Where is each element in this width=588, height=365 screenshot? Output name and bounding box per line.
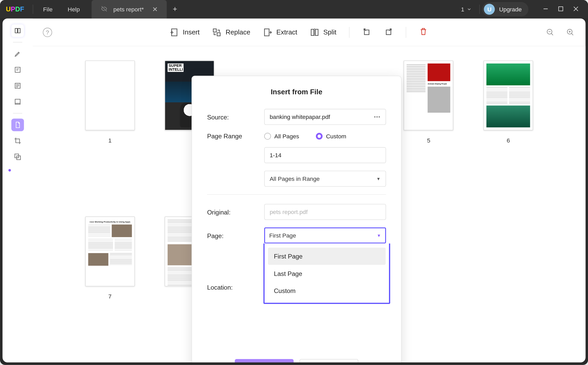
replace-label: Replace <box>226 28 250 36</box>
svg-rect-7 <box>213 29 216 32</box>
upgrade-button[interactable]: U Upgrade <box>482 2 528 16</box>
insert-confirm-button[interactable]: Insert <box>235 359 293 362</box>
thumb-image <box>85 61 135 130</box>
page-label: Page: <box>207 232 264 239</box>
radio-custom[interactable]: Custom <box>316 133 346 139</box>
svg-rect-0 <box>559 6 563 11</box>
dialog-title: Insert from File <box>207 88 386 96</box>
svg-rect-10 <box>311 29 314 35</box>
option-last-page[interactable]: Last Page <box>268 265 385 282</box>
zoom-indicator[interactable]: 1 <box>461 6 477 13</box>
source-label: Source: <box>207 113 264 120</box>
thumb-label: 6 <box>507 137 510 144</box>
rotate-left-button[interactable] <box>362 27 371 38</box>
svg-rect-8 <box>217 33 220 36</box>
tab-title: pets report* <box>113 6 144 13</box>
chevron-down-icon: ▼ <box>377 233 381 238</box>
cancel-button[interactable]: Cancel <box>299 359 358 362</box>
edit-text-button[interactable] <box>11 63 24 76</box>
svg-rect-12 <box>364 30 369 34</box>
source-field[interactable]: banking whitepapar.pdf ••• <box>264 109 386 125</box>
tab-close-icon[interactable]: ✕ <box>152 5 158 13</box>
thumb-image: Animals Helping People <box>404 61 453 130</box>
window-close-icon[interactable] <box>573 6 579 13</box>
page-thumb-7[interactable]: rove Working Productivity in Using Apps … <box>83 217 137 348</box>
highlighter-button[interactable] <box>11 47 24 60</box>
current-tool-marker <box>8 169 11 171</box>
svg-rect-1 <box>15 67 20 72</box>
zoom-out-button[interactable] <box>545 27 555 37</box>
source-value: banking whitepapar.pdf <box>270 113 330 120</box>
replace-icon <box>212 27 222 37</box>
upgrade-label: Upgrade <box>499 6 522 13</box>
app-logo: UPDF <box>0 5 30 13</box>
menu-file[interactable]: File <box>35 0 60 18</box>
menu-help[interactable]: Help <box>60 0 87 18</box>
original-label: Original: <box>207 208 264 216</box>
insert-label: Insert <box>183 28 200 36</box>
insert-icon <box>169 27 179 37</box>
page-range-input[interactable]: 1-14 <box>264 147 386 163</box>
help-icon[interactable]: ? <box>43 27 52 37</box>
insert-button[interactable]: Insert <box>169 27 200 37</box>
page-range-label: Page Range <box>207 132 264 140</box>
left-toolbar <box>3 18 33 362</box>
document-tab[interactable]: pets report* ✕ <box>92 0 167 18</box>
chevron-down-icon: ▼ <box>376 176 380 181</box>
window-maximize-icon[interactable] <box>558 6 564 13</box>
compare-button[interactable] <box>11 151 24 163</box>
content-area: ? Insert Replace Extract <box>3 18 586 362</box>
location-label: Location: <box>207 284 264 291</box>
extract-icon <box>263 27 272 37</box>
window-minimize-icon[interactable] <box>543 6 549 13</box>
split-label: Split <box>323 28 336 36</box>
replace-button[interactable]: Replace <box>212 27 250 37</box>
app-window: UPDF File Help pets report* ✕ + 1 U Upgr… <box>0 0 588 365</box>
zoom-value: 1 <box>461 6 464 13</box>
split-button[interactable]: Split <box>310 27 336 37</box>
avatar: U <box>484 4 495 15</box>
rotate-right-button[interactable] <box>384 27 393 38</box>
titlebar: UPDF File Help pets report* ✕ + 1 U Upgr… <box>0 0 588 18</box>
thumb-label: 1 <box>108 137 112 144</box>
new-tab-button[interactable]: + <box>167 5 183 14</box>
thumb-label: 7 <box>108 293 112 300</box>
chevron-down-icon <box>467 7 472 12</box>
thumb-label: 5 <box>427 137 430 144</box>
svg-rect-11 <box>315 29 318 35</box>
page-thumb-5[interactable]: Animals Helping People 5 <box>402 61 455 192</box>
thumb-image: rove Working Productivity in Using Apps <box>85 217 135 286</box>
ocr-button[interactable] <box>11 95 24 108</box>
split-icon <box>310 27 319 37</box>
svg-rect-9 <box>264 29 269 36</box>
page-select-dropdown: First Page Last Page Custom <box>263 244 390 304</box>
reader-mode-button[interactable] <box>11 24 24 37</box>
extract-label: Extract <box>276 28 297 36</box>
no-view-icon <box>101 5 107 13</box>
browse-icon[interactable]: ••• <box>374 114 380 120</box>
svg-rect-13 <box>386 30 391 34</box>
original-field: pets report.pdf <box>264 204 386 220</box>
extract-button[interactable]: Extract <box>263 27 297 37</box>
option-first-page[interactable]: First Page <box>268 248 385 265</box>
organize-pages-button[interactable] <box>11 119 24 131</box>
crop-button[interactable] <box>11 134 24 147</box>
range-mode-select[interactable]: All Pages in Range ▼ <box>264 171 386 187</box>
insert-from-file-dialog: Insert from File Source: banking whitepa… <box>192 76 402 362</box>
page-toolbar: ? Insert Replace Extract <box>33 18 586 46</box>
delete-button[interactable] <box>419 27 428 38</box>
page-select[interactable]: First Page ▼ <box>264 227 386 244</box>
page-thumb-6[interactable]: 6 <box>481 61 535 192</box>
page-thumb-1[interactable]: 1 <box>83 61 137 192</box>
zoom-in-button[interactable] <box>565 27 576 37</box>
form-button[interactable] <box>11 80 24 92</box>
option-custom[interactable]: Custom <box>268 282 385 299</box>
thumb-image <box>483 61 533 130</box>
radio-all-pages[interactable]: All Pages <box>264 133 299 139</box>
